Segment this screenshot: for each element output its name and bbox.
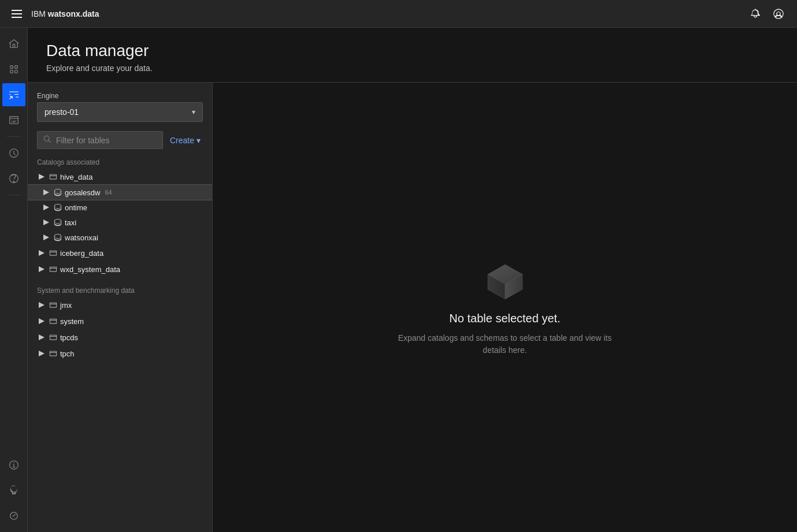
wxd-system-data-catalog-icon xyxy=(49,265,58,274)
taxi-toggle[interactable] xyxy=(42,218,51,227)
top-nav-left: IBM watsonx.data xyxy=(9,8,737,20)
create-chevron-icon: ▾ xyxy=(197,136,201,145)
wxd-system-data-name: wxd_system_data xyxy=(60,265,120,274)
tree-item-iceberg-data[interactable]: iceberg_data xyxy=(28,245,212,261)
tree-item-jmx[interactable]: jmx xyxy=(28,297,212,313)
engine-section: Engine presto-01 ▾ xyxy=(28,83,212,127)
sidebar-divider-1 xyxy=(7,136,21,137)
create-button[interactable]: Create ▾ xyxy=(168,133,203,147)
tree-item-watsonxai[interactable]: watsonxai xyxy=(28,230,212,245)
svg-marker-9 xyxy=(39,334,45,340)
tree-item-taxi[interactable]: taxi xyxy=(28,215,212,230)
sidebar-item-ideas[interactable] xyxy=(2,479,25,502)
tpch-toggle[interactable] xyxy=(37,349,46,358)
engine-select[interactable]: presto-01 ▾ xyxy=(37,102,203,122)
left-sidebar xyxy=(0,28,28,532)
right-panel: No table selected yet. Expand catalogs a… xyxy=(213,83,797,532)
notification-icon[interactable] xyxy=(746,5,765,23)
jmx-catalog-icon xyxy=(49,300,58,310)
tpcds-toggle[interactable] xyxy=(37,333,46,342)
sidebar-item-query[interactable] xyxy=(2,167,25,190)
iceberg-data-catalog-icon xyxy=(49,248,58,258)
page-subtitle: Explore and curate your data. xyxy=(46,64,779,73)
tree-item-gosalesdw[interactable]: gosalesdw 64 xyxy=(28,185,212,200)
catalogs-associated-label: Catalogs associated xyxy=(28,154,212,169)
system-name: system xyxy=(60,317,84,326)
jmx-name: jmx xyxy=(60,301,72,310)
sidebar-item-grid[interactable] xyxy=(2,58,25,81)
search-input[interactable] xyxy=(56,136,157,145)
svg-marker-2 xyxy=(43,204,49,210)
tree-item-hive-data[interactable]: hive_data xyxy=(28,169,212,185)
chevron-down-icon: ▾ xyxy=(192,108,195,116)
watsonxai-toggle[interactable] xyxy=(42,233,51,242)
hamburger-menu-icon[interactable] xyxy=(9,8,24,20)
create-label: Create xyxy=(170,136,194,145)
sidebar-item-home[interactable] xyxy=(2,32,25,55)
taxi-name: taxi xyxy=(65,218,76,227)
svg-marker-3 xyxy=(43,220,49,225)
tree-item-tpch[interactable]: tpch xyxy=(28,345,212,362)
system-catalog-icon xyxy=(49,317,58,326)
sidebar-item-sql[interactable] xyxy=(2,109,25,132)
sidebar-item-data-manager[interactable] xyxy=(2,83,25,106)
tree-item-system[interactable]: system xyxy=(28,313,212,329)
hive-data-catalog-icon xyxy=(49,172,58,181)
iceberg-data-toggle[interactable] xyxy=(37,248,46,258)
tree-item-tpcds[interactable]: tpcds xyxy=(28,329,212,345)
empty-state-title: No table selected yet. xyxy=(449,312,560,325)
cube-icon xyxy=(482,259,528,305)
page-body: Engine presto-01 ▾ xyxy=(28,82,797,532)
ontime-name: ontime xyxy=(65,203,87,212)
svg-marker-8 xyxy=(39,318,45,324)
user-profile-icon[interactable] xyxy=(769,5,788,23)
sidebar-item-dashboard[interactable] xyxy=(2,504,25,527)
tree-section: Catalogs associated hive_data xyxy=(28,154,212,532)
svg-marker-4 xyxy=(43,235,49,240)
svg-marker-1 xyxy=(43,189,49,195)
tree-item-wxd-system-data[interactable]: wxd_system_data xyxy=(28,261,212,277)
sidebar-bottom xyxy=(2,453,25,527)
sidebar-item-history[interactable] xyxy=(2,142,25,165)
search-row: Create ▾ xyxy=(28,127,212,154)
page-title: Data manager xyxy=(46,42,779,60)
main-layout: Data manager Explore and curate your dat… xyxy=(0,28,797,532)
content-area: Data manager Explore and curate your dat… xyxy=(28,28,797,532)
tpch-catalog-icon xyxy=(49,349,58,358)
watsonxai-name: watsonxai xyxy=(65,233,98,242)
left-panel: Engine presto-01 ▾ xyxy=(28,83,213,532)
empty-state-subtitle: Expand catalogs and schemas to select a … xyxy=(390,332,621,356)
tpch-name: tpch xyxy=(60,349,75,358)
system-benchmarking-label: System and benchmarking data xyxy=(28,282,212,297)
search-icon xyxy=(43,135,51,145)
ontime-toggle[interactable] xyxy=(42,203,51,212)
hive-data-name: hive_data xyxy=(60,173,92,181)
gosalesdw-toggle[interactable] xyxy=(42,188,51,197)
hive-data-toggle[interactable] xyxy=(37,172,46,181)
engine-value: presto-01 xyxy=(45,107,79,117)
svg-marker-7 xyxy=(39,302,45,308)
tpcds-name: tpcds xyxy=(60,333,78,342)
svg-marker-0 xyxy=(39,174,45,180)
taxi-schema-icon xyxy=(53,218,62,227)
search-box[interactable] xyxy=(37,131,163,149)
empty-state: No table selected yet. Expand catalogs a… xyxy=(390,259,621,356)
engine-label: Engine xyxy=(37,92,203,100)
top-nav-right xyxy=(746,5,788,23)
jmx-toggle[interactable] xyxy=(37,300,46,310)
tree-item-ontime[interactable]: ontime xyxy=(28,200,212,215)
tpcds-catalog-icon xyxy=(49,333,58,342)
svg-marker-10 xyxy=(39,351,45,356)
iceberg-data-name: iceberg_data xyxy=(60,249,103,258)
sidebar-item-info[interactable] xyxy=(2,453,25,477)
sidebar-divider-2 xyxy=(7,195,21,195)
svg-marker-5 xyxy=(39,250,45,256)
watsonxai-schema-icon xyxy=(53,233,62,242)
system-toggle[interactable] xyxy=(37,317,46,326)
app-name: IBM watsonx.data xyxy=(31,9,99,18)
wxd-system-data-toggle[interactable] xyxy=(37,265,46,274)
gosalesdw-schema-icon xyxy=(53,188,62,197)
gosalesdw-name: gosalesdw xyxy=(65,188,100,197)
svg-marker-6 xyxy=(39,266,45,272)
ontime-schema-icon xyxy=(53,203,62,212)
